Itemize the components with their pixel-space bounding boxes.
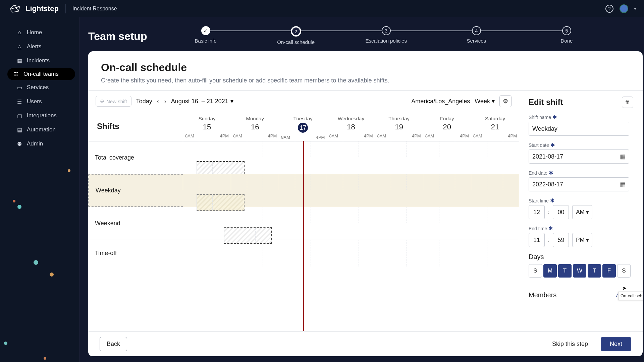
integrations-icon: ▢ bbox=[16, 113, 23, 119]
start-hour-input[interactable]: 12 bbox=[529, 205, 545, 219]
nav-home[interactable]: ⌂Home bbox=[8, 26, 74, 39]
step-oncall[interactable]: 2On-call schedule bbox=[251, 26, 341, 45]
day-name: Friday bbox=[423, 116, 471, 121]
nav-oncall-label: On-call teams bbox=[23, 71, 59, 77]
colon: : bbox=[548, 209, 549, 215]
step-label: On-call schedule bbox=[277, 39, 315, 45]
end-hour-input[interactable]: 11 bbox=[529, 233, 545, 247]
page-title: Team setup bbox=[88, 30, 147, 43]
start-date-input[interactable]: 2021-08-17▦ bbox=[529, 149, 629, 164]
day-header: Thursday 19 8AM4PM bbox=[375, 112, 423, 141]
prev-week-button[interactable]: ‹ bbox=[157, 98, 159, 105]
help-icon[interactable]: ? bbox=[605, 5, 613, 13]
date-range-picker[interactable]: August 16, – 21 2021 ▾ bbox=[171, 98, 233, 105]
shifts-heading: Shifts bbox=[88, 112, 183, 139]
step-label: Escalation policies bbox=[366, 38, 407, 44]
day-number: 16 bbox=[231, 123, 279, 131]
step-done[interactable]: 5Done bbox=[522, 26, 612, 44]
day-name: Tuesday bbox=[279, 116, 327, 121]
chevron-down-icon[interactable]: ▾ bbox=[634, 7, 636, 11]
shift-name-input[interactable]: Weekday bbox=[529, 122, 629, 136]
date-range-label: August 16, – 21 2021 bbox=[171, 98, 228, 105]
step-services[interactable]: 4Services bbox=[431, 26, 522, 44]
step-label: Services bbox=[467, 38, 486, 44]
divider bbox=[529, 285, 633, 285]
end-date-input[interactable]: 2022-08-17▦ bbox=[529, 177, 629, 191]
back-button[interactable]: Back bbox=[100, 337, 127, 351]
new-shift-label: New shift bbox=[106, 99, 127, 104]
divider bbox=[65, 4, 66, 13]
hour-label: 8AM bbox=[473, 133, 482, 138]
edit-shift-panel: Edit shift 🗑 Shift name✱ Weekday Start d… bbox=[519, 90, 643, 331]
end-ampm-select[interactable]: PM ▾ bbox=[572, 233, 592, 247]
cursor-icon: ➤ bbox=[622, 285, 627, 291]
day-toggle-sat[interactable]: S bbox=[617, 264, 631, 278]
gear-icon[interactable]: ⚙ bbox=[499, 95, 512, 107]
start-ampm-value: AM bbox=[576, 209, 585, 216]
skip-step-button[interactable]: Skip this step bbox=[545, 337, 595, 351]
day-toggle-tue[interactable]: T bbox=[558, 264, 572, 278]
hour-label: 8AM bbox=[425, 133, 434, 138]
hour-label: 4PM bbox=[268, 133, 277, 138]
nav-automation-label: Automation bbox=[27, 126, 56, 133]
nav-incidents-label: Incidents bbox=[27, 57, 50, 64]
avatar[interactable] bbox=[620, 4, 628, 13]
delete-shift-button[interactable]: 🗑 bbox=[622, 97, 633, 108]
day-toggle-wed[interactable]: W bbox=[573, 264, 586, 278]
day-name: Sunday bbox=[183, 116, 231, 121]
nav-alerts[interactable]: △Alerts bbox=[8, 40, 74, 53]
step-number: 5 bbox=[562, 26, 571, 35]
brand-logo[interactable]: Lightstep bbox=[8, 4, 59, 14]
day-name: Wednesday bbox=[327, 116, 375, 121]
hour-label: 8AM bbox=[329, 133, 338, 138]
nav-services[interactable]: ▭Services bbox=[8, 81, 74, 94]
nav-users[interactable]: ☰Users bbox=[8, 95, 74, 108]
day-header: Sunday 15 8AM4PM bbox=[183, 112, 231, 141]
step-basic-info[interactable]: ✓Basic info bbox=[160, 26, 251, 44]
nav-admin[interactable]: ⚉Admin bbox=[8, 137, 74, 150]
colon: : bbox=[548, 237, 549, 243]
nav-incidents[interactable]: ▦Incidents bbox=[8, 54, 74, 67]
day-number: 18 bbox=[327, 123, 375, 131]
nav-users-label: Users bbox=[27, 98, 42, 105]
incidents-icon: ▦ bbox=[16, 58, 23, 64]
nav-automation[interactable]: ▤Automation bbox=[8, 123, 74, 136]
hour-label: 4PM bbox=[412, 133, 421, 138]
step-label: Done bbox=[561, 38, 573, 44]
end-minute-input[interactable]: 59 bbox=[553, 233, 569, 247]
start-ampm-select[interactable]: AM ▾ bbox=[572, 205, 592, 219]
day-toggle-sun[interactable]: S bbox=[529, 264, 542, 278]
home-icon: ⌂ bbox=[16, 29, 23, 36]
chevron-down-icon: ▾ bbox=[230, 98, 233, 105]
row-label: Weekday bbox=[88, 174, 183, 207]
section-subtitle: Create the shifts you need, then auto-fi… bbox=[101, 77, 629, 84]
nav-admin-label: Admin bbox=[27, 140, 43, 147]
day-number: 20 bbox=[423, 123, 471, 131]
view-label: Week bbox=[475, 98, 490, 105]
required-icon: ✱ bbox=[548, 225, 553, 232]
next-button[interactable]: Next bbox=[601, 337, 631, 351]
row-label: Time-off bbox=[88, 240, 183, 266]
day-toggle-mon[interactable]: M bbox=[543, 264, 557, 278]
required-icon: ✱ bbox=[552, 114, 557, 120]
step-escalation[interactable]: 3Escalation policies bbox=[341, 26, 431, 44]
check-icon: ✓ bbox=[201, 26, 210, 35]
new-shift-button[interactable]: ⊕New shift bbox=[96, 96, 131, 107]
days-label: Days bbox=[529, 253, 640, 261]
calendar-icon: ▦ bbox=[620, 181, 626, 188]
next-week-button[interactable]: › bbox=[164, 98, 166, 105]
view-select[interactable]: Week ▾ bbox=[475, 98, 495, 105]
start-minute-input[interactable]: 00 bbox=[553, 205, 569, 219]
services-icon: ▭ bbox=[16, 84, 23, 91]
day-name: Saturday bbox=[471, 116, 519, 121]
day-toggle-thu[interactable]: T bbox=[588, 264, 601, 278]
today-button[interactable]: Today bbox=[136, 98, 152, 105]
shift-name-value: Weekday bbox=[532, 125, 557, 132]
day-name: Thursday bbox=[375, 116, 423, 121]
users-icon: ☰ bbox=[16, 99, 23, 105]
nav-oncall-teams[interactable]: ☷On-call teams bbox=[7, 68, 75, 80]
day-header: Friday 20 8AM4PM bbox=[423, 112, 471, 141]
day-toggle-fri[interactable]: F bbox=[602, 264, 616, 278]
step-number: 2 bbox=[291, 26, 301, 37]
nav-integrations[interactable]: ▢Integrations bbox=[8, 109, 74, 122]
